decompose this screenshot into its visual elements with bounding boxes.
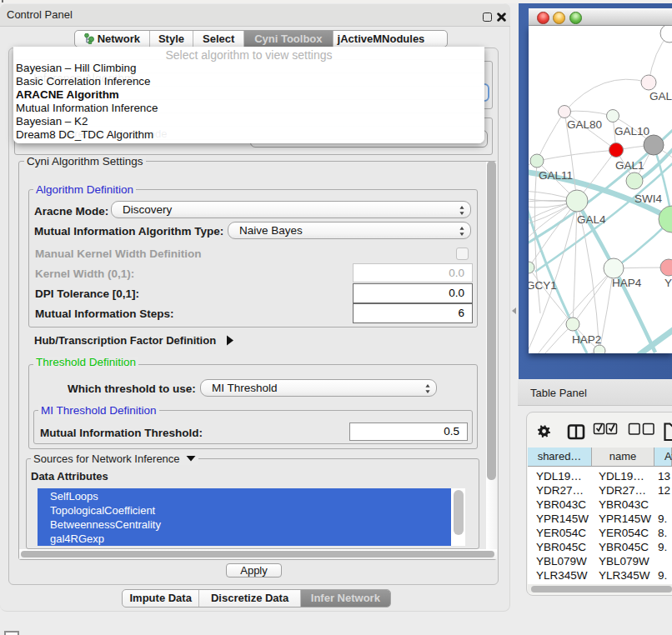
svg-text:HAP2: HAP2	[572, 333, 601, 346]
svg-text:GCY1: GCY1	[529, 279, 557, 292]
svg-text:GAL11: GAL11	[539, 169, 573, 182]
svg-text:GAL80: GAL80	[567, 118, 602, 131]
svg-text:SWI4: SWI4	[634, 192, 662, 205]
svg-text:Y: Y	[664, 277, 672, 289]
svg-text:HAP4: HAP4	[612, 277, 642, 289]
svg-text:GAL10: GAL10	[614, 125, 649, 138]
svg-text:GAL7: GAL7	[649, 90, 672, 102]
svg-text:GAL1: GAL1	[615, 159, 644, 172]
svg-text:GAL4: GAL4	[577, 213, 606, 226]
